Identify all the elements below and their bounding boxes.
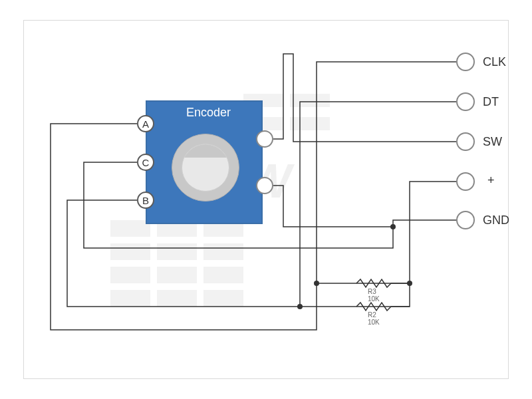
junction-dot — [297, 304, 303, 309]
terminal-sw-label: SW — [483, 135, 502, 149]
r2-value: 10K — [368, 319, 380, 326]
terminal-vcc-label: + — [487, 174, 495, 188]
r2-ref: R2 — [368, 311, 376, 319]
junction-dot — [314, 281, 319, 286]
terminal-dt — [456, 92, 475, 111]
wiring-svg — [24, 21, 509, 380]
pin-c: C — [137, 154, 154, 171]
terminal-dt-label: DT — [483, 95, 499, 109]
encoder-shaft-inner — [182, 144, 229, 192]
pin-b-label: B — [142, 195, 149, 206]
pin-sw-lower — [256, 177, 273, 194]
resistor-r3-label: R3 10K — [368, 288, 380, 303]
junction-dot — [390, 224, 396, 229]
encoder-label: Encoder — [186, 106, 231, 120]
pin-a-label: A — [142, 118, 149, 130]
pin-c-label: C — [142, 157, 150, 168]
terminal-gnd-label: GND — [483, 213, 509, 227]
terminal-clk — [456, 53, 475, 71]
terminal-clk-label: CLK — [483, 55, 506, 69]
pin-b: B — [137, 192, 154, 209]
r3-value: 10K — [368, 295, 380, 303]
pin-a: A — [137, 115, 154, 132]
terminal-gnd — [456, 211, 475, 229]
wire-sw-to-sw — [273, 54, 456, 142]
terminal-vcc — [456, 172, 475, 191]
wire-swgnd-to-gnd — [273, 186, 393, 227]
terminal-sw — [456, 132, 475, 151]
diagram-frame: HW — [23, 20, 509, 379]
junction-dot — [407, 281, 412, 286]
resistor-r2-label: R2 10K — [368, 311, 380, 326]
pin-sw-upper — [256, 130, 273, 148]
r3-ref: R3 — [368, 288, 376, 295]
wire-r3-to-vcc — [317, 182, 463, 283]
